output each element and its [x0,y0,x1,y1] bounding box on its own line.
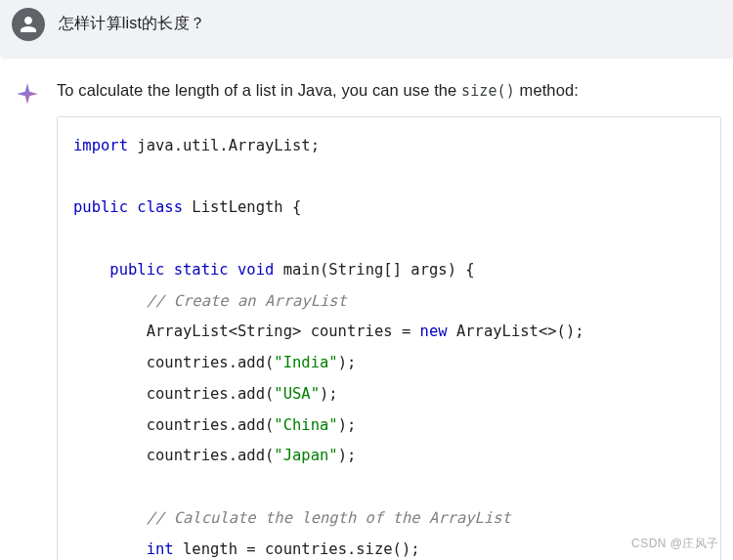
user-avatar [12,8,45,41]
comment: // Calculate the length of the ArrayList [147,509,511,527]
string: "Japan" [274,447,337,464]
kw-public: public [109,261,164,279]
code-text: countries.add( [73,354,274,371]
kw-int: int [147,540,174,558]
code-text: ); [338,447,357,464]
code-text: ); [338,416,357,434]
code-text: java.util.ArrayList; [128,137,320,154]
code-text: ); [338,354,357,371]
code-text: ArrayList<>(); [448,323,584,340]
inline-code: size() [461,82,515,100]
string: "USA" [274,385,320,403]
kw-public: public [73,198,128,216]
sparkle-icon [15,81,40,107]
assistant-body: To calculate the length of a list in Jav… [57,78,721,560]
user-message-text: 怎样计算list的长度？ [59,8,205,34]
string: "China" [274,416,337,434]
code-text: countries.add( [73,447,274,464]
assistant-avatar [12,78,43,109]
code-text: countries.add( [73,385,274,403]
watermark: CSDN @庄风子 [631,536,719,552]
kw-void: void [237,261,274,279]
comment: // Create an ArrayList [147,292,347,310]
intro-pre: To calculate the length of a list in Jav… [57,81,461,99]
intro-post: method: [515,81,579,99]
string: "India" [274,354,337,371]
code-text: ); [320,385,338,403]
kw-import: import [73,137,128,154]
code-text: countries.add( [73,416,274,434]
person-icon [17,13,40,36]
code-text: main(String[] args) { [274,261,474,279]
user-message-row: 怎样计算list的长度？ [0,0,733,59]
code-text: ArrayList<String> countries = [73,323,420,340]
kw-class: class [137,198,183,216]
code-text: length = countries.size(); [174,540,420,558]
code-block: import java.util.ArrayList; public class… [57,116,721,560]
assistant-intro: To calculate the length of a list in Jav… [57,78,721,103]
code-text: ListLength { [183,198,301,216]
kw-new: new [420,323,448,340]
assistant-message-row: To calculate the length of a list in Jav… [0,59,733,560]
kw-static: static [174,261,229,279]
